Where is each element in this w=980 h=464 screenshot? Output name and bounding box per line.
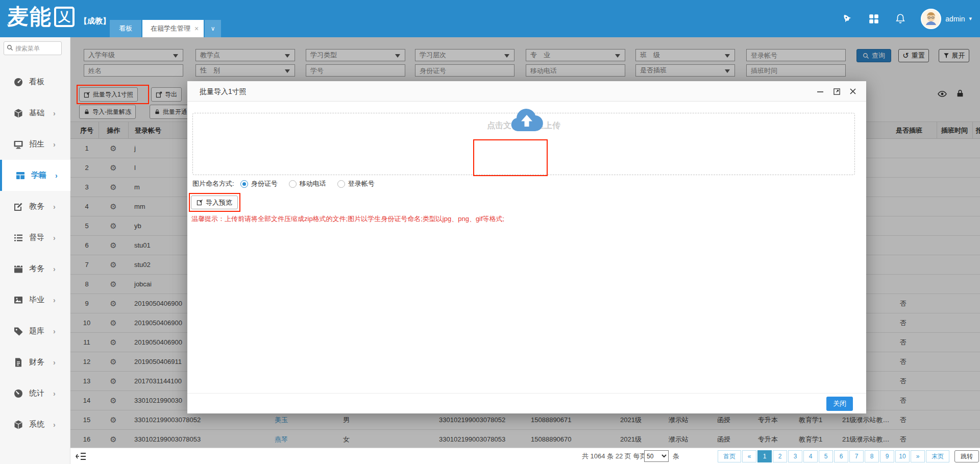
user-menu[interactable]: admin ▾: [921, 9, 972, 29]
page-button-2[interactable]: 2: [773, 450, 787, 462]
username: admin: [945, 15, 965, 23]
chevron-right-icon: ›: [53, 389, 56, 398]
page-button-3[interactable]: 3: [788, 450, 802, 462]
sidebar-item-督导[interactable]: 督导›: [0, 222, 70, 253]
modal-close-button[interactable]: 关闭: [826, 397, 853, 411]
radio-id-number-label[interactable]: 身份证号: [251, 179, 278, 188]
sidebar-item-label: 财务: [29, 357, 44, 367]
sidebar-item-label: 基础: [29, 108, 44, 118]
prev-page-button[interactable]: «: [742, 450, 756, 462]
radio-id-number[interactable]: [240, 180, 248, 188]
sidebar-item-看板[interactable]: 看板: [0, 66, 70, 97]
radio-mobile-phone-label[interactable]: 移动电话: [300, 179, 326, 188]
jump-button[interactable]: 跳转: [954, 450, 979, 462]
file-icon: [13, 357, 23, 368]
system-icon: [13, 420, 23, 430]
sidebar-item-考务[interactable]: 考务›: [0, 253, 70, 284]
menu-search-input[interactable]: [15, 45, 58, 52]
page-button-1[interactable]: 1: [757, 450, 772, 462]
page-button-6[interactable]: 6: [834, 450, 848, 462]
chevron-right-icon: ›: [53, 203, 56, 211]
chevron-right-icon: ›: [53, 358, 56, 367]
modal-footer: 关闭: [187, 393, 866, 413]
sidebar-item-基础[interactable]: 基础›: [0, 97, 70, 129]
modal-title: 批量导入1寸照: [200, 81, 247, 102]
sidebar: 看板基础›招生›学籍›教务›督导›考务›毕业›题库›财务›统计›系统›: [0, 37, 70, 464]
radio-mobile-phone[interactable]: [289, 180, 297, 188]
menu-search-box: [4, 41, 62, 55]
upload-warning-text: 温馨提示：上传前请将全部文件压缩成zip格式的文件;图片以学生身份证号命名;类型…: [191, 214, 504, 224]
sidebar-menu: 看板基础›招生›学籍›教务›督导›考务›毕业›题库›财务›统计›系统›: [0, 66, 70, 440]
search-icon: [7, 44, 13, 53]
image-icon: [13, 295, 23, 305]
cloud-upload-icon[interactable]: [510, 108, 544, 134]
tab-list-chevron-icon[interactable]: ∨: [205, 20, 221, 37]
logo-net-icon: 乂: [54, 7, 75, 27]
sidebar-item-题库[interactable]: 题库›: [0, 315, 70, 347]
tab-close-icon[interactable]: ×: [194, 25, 199, 33]
sidebar-item-label: 督导: [29, 233, 44, 242]
import-icon: [197, 199, 203, 206]
rocket-icon[interactable]: [841, 13, 853, 25]
calendar-icon: [13, 264, 23, 274]
modal-close-icon[interactable]: [849, 87, 857, 95]
table-icon: [15, 170, 26, 181]
bell-icon[interactable]: [894, 13, 906, 25]
cube-icon: [13, 108, 23, 118]
user-avatar: [921, 9, 941, 29]
edit-icon: [13, 202, 23, 212]
sidebar-item-label: 考务: [29, 264, 44, 274]
import-preview-button[interactable]: 导入预览: [191, 196, 238, 209]
last-page-button[interactable]: 末页: [926, 450, 949, 462]
list-icon: [13, 233, 23, 243]
sidebar-item-label: 教务: [29, 202, 44, 211]
pagination-bar: 共 1064 条 22 页 每页 50 条 首页«12345678910»末页 …: [70, 448, 980, 464]
sidebar-item-label: 招生: [29, 139, 44, 149]
tab-student-management[interactable]: 在籍学生管理 ×: [142, 20, 204, 37]
page-button-7[interactable]: 7: [849, 450, 864, 462]
sidebar-item-label: 毕业: [29, 295, 44, 305]
page-size-select[interactable]: 50: [644, 450, 669, 462]
tab-label: 在籍学生管理: [151, 24, 190, 33]
logo-text: 麦能: [7, 4, 52, 30]
page-button-5[interactable]: 5: [819, 450, 833, 462]
first-page-button[interactable]: 首页: [718, 450, 741, 462]
page-button-4[interactable]: 4: [803, 450, 818, 462]
page-button-10[interactable]: 10: [895, 450, 910, 462]
naming-method-label: 图片命名方式:: [192, 179, 234, 188]
chevron-right-icon: ›: [53, 234, 56, 242]
top-header-bar: 麦能 乂 【成教】 看板 在籍学生管理 × ∨ admin ▾: [0, 0, 980, 37]
dashboard-icon: [13, 77, 23, 87]
apps-grid-icon[interactable]: [868, 13, 880, 25]
sidebar-item-label: 系统: [29, 420, 44, 429]
monitor-icon: [13, 139, 23, 150]
sidebar-item-label: 看板: [29, 77, 44, 87]
batch-import-photo-modal: 批量导入1寸照 点击文件到这里上传 图片命名方式: 身份证号 移动电话 登录帐号…: [187, 81, 866, 413]
sidebar-item-财务[interactable]: 财务›: [0, 347, 70, 378]
photo-naming-options: 图片命名方式: 身份证号 移动电话 登录帐号: [192, 179, 375, 188]
modal-maximize-icon[interactable]: [832, 87, 841, 95]
chevron-right-icon: ›: [53, 265, 56, 273]
next-page-button[interactable]: »: [911, 450, 925, 462]
modal-header[interactable]: 批量导入1寸照: [187, 81, 866, 102]
app-logo: 麦能 乂 【成教】: [7, 4, 110, 30]
sidebar-item-系统[interactable]: 系统›: [0, 409, 70, 440]
sidebar-item-教务[interactable]: 教务›: [0, 191, 70, 222]
sidebar-item-招生[interactable]: 招生›: [0, 129, 70, 160]
page-button-8[interactable]: 8: [865, 450, 879, 462]
sidebar-item-毕业[interactable]: 毕业›: [0, 284, 70, 315]
modal-minimize-icon[interactable]: [816, 87, 824, 95]
page-button-9[interactable]: 9: [880, 450, 894, 462]
chevron-right-icon: ›: [53, 109, 56, 117]
chevron-right-icon: ›: [55, 172, 58, 180]
sidebar-item-学籍[interactable]: 学籍›: [0, 160, 70, 191]
radio-login-account[interactable]: [337, 180, 345, 188]
user-chevron-down-icon: ▾: [969, 15, 972, 22]
radio-login-account-label[interactable]: 登录帐号: [348, 179, 375, 188]
chevron-right-icon: ›: [53, 296, 56, 304]
sidebar-item-统计[interactable]: 统计›: [0, 378, 70, 409]
tab-bar: 看板 在籍学生管理 × ∨: [110, 20, 222, 37]
pagination-summary: 共 1064 条 22 页 每页: [582, 452, 646, 461]
collapse-sidebar-icon[interactable]: [76, 451, 87, 461]
tab-kanban[interactable]: 看板: [110, 20, 141, 37]
